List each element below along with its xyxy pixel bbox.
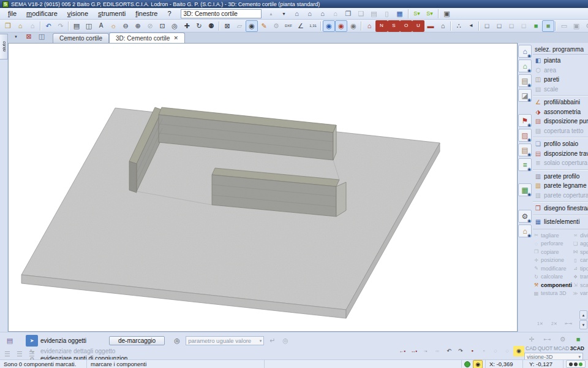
- zoom-window-icon[interactable]: ◎: [168, 20, 181, 32]
- filter-eye-all-icon[interactable]: ◉: [323, 20, 335, 32]
- menu-finestre[interactable]: finestre: [131, 9, 162, 18]
- texture-brush-icon[interactable]: ✎: [258, 20, 270, 32]
- split-view-icon[interactable]: ◫: [36, 31, 48, 42]
- snapshot-save-icon[interactable]: ▣: [441, 8, 453, 20]
- program-item-disposizione-travi[interactable]: ▤disposizione travi: [533, 149, 588, 159]
- storey-3-icon[interactable]: ⌂: [317, 8, 329, 20]
- program-item-parete-profilo[interactable]: ▥parete profilo: [533, 172, 588, 182]
- walkthrough-icon[interactable]: ⚉: [205, 20, 217, 32]
- view-pareti-icon[interactable]: ▤◉: [518, 74, 532, 87]
- 3cad-mode-icon[interactable]: ■: [572, 334, 584, 345]
- view-down-button[interactable]: ▼: [278, 8, 290, 20]
- wall-view-n-icon[interactable]: N: [375, 20, 388, 32]
- mode-mcad[interactable]: MCAD: [554, 345, 569, 351]
- close-view-icon[interactable]: ⊠: [23, 31, 35, 42]
- wire-cube-3-icon[interactable]: □: [505, 20, 518, 32]
- wall-view-u-icon[interactable]: U: [412, 20, 424, 32]
- view-legname-icon[interactable]: ≡◉: [518, 158, 532, 171]
- layer-stack-icon[interactable]: ▤: [4, 335, 16, 347]
- snap-mode-dots[interactable]: [566, 360, 586, 368]
- rotate-view-icon[interactable]: ↻: [193, 20, 205, 32]
- viewport-3d[interactable]: [8, 43, 518, 332]
- demarcaggio-button[interactable]: de-marcaggio: [109, 336, 165, 345]
- coord-eye-toggle[interactable]: ◉: [473, 360, 483, 368]
- program-item-assonometria[interactable]: ⬗assonometria: [533, 107, 588, 117]
- storey-2-icon[interactable]: ⌂: [304, 8, 316, 20]
- undo-marking-icon[interactable]: ↶: [443, 346, 454, 356]
- view-copertura-icon[interactable]: ◪◉: [518, 89, 532, 102]
- building-eye-icon[interactable]: ⌂: [437, 20, 449, 32]
- angle-measure-icon[interactable]: ∠: [295, 20, 307, 32]
- solid-cube-icon[interactable]: ■: [530, 20, 542, 32]
- program-item-parete-legname[interactable]: ▥parete legname: [533, 181, 588, 191]
- storey-1-icon[interactable]: ⌂: [291, 8, 303, 20]
- zoom-in-icon[interactable]: ⊕: [132, 20, 144, 32]
- new-window-icon[interactable]: ❐: [342, 8, 355, 20]
- show-marked-eye-icon[interactable]: ◉: [513, 346, 524, 356]
- program-item-profilo-solaio[interactable]: ❏profilo solaio: [533, 139, 588, 149]
- program-selector-header[interactable]: selez. programma ▼: [533, 44, 588, 55]
- wire-cube-4-icon[interactable]: □: [518, 20, 530, 32]
- view-liste-icon[interactable]: ▦◉: [518, 183, 532, 196]
- view-puntoni-icon[interactable]: ▨◉: [518, 129, 532, 142]
- textured-cube-icon[interactable]: ■: [542, 20, 554, 32]
- view-selector-combo[interactable]: 3D: Cemento cortile: [181, 9, 262, 18]
- menu-help[interactable]: ?: [163, 9, 175, 18]
- redo-marking-icon[interactable]: ↷: [455, 346, 466, 356]
- sema-data-export-icon[interactable]: S▾: [424, 8, 436, 20]
- program-item-liste-elementi[interactable]: ▦liste/elementi: [533, 217, 588, 227]
- tab-close-icon[interactable]: ✕: [173, 35, 178, 41]
- menu-visione[interactable]: visione: [63, 9, 92, 18]
- dxf-export-icon[interactable]: DXF: [282, 20, 295, 32]
- footprints-icon[interactable]: ∴: [453, 20, 465, 32]
- program-item-pianta[interactable]: ◧pianta: [533, 56, 588, 66]
- action-componenti[interactable]: ⚒componenti: [533, 281, 572, 289]
- goto-next-marked-icon[interactable]: ↔▪: [409, 346, 420, 356]
- zoom-extents-icon[interactable]: ⊡: [156, 20, 168, 32]
- tab-cemento-cortile[interactable]: Cemento cortile: [53, 33, 109, 43]
- mode-cad[interactable]: CAD: [526, 345, 537, 351]
- filter-eye-struct-icon[interactable]: ◉: [347, 20, 360, 32]
- current-component-icon[interactable]: ▪: [467, 346, 478, 356]
- help-side-tab[interactable]: aiuto: [0, 34, 8, 59]
- scroll-up-icon[interactable]: ▲: [579, 310, 587, 320]
- print-preview-icon[interactable]: ◫: [83, 20, 95, 32]
- program-item-disegno-finestra-porta[interactable]: ❒disegno finestra/porta: [533, 204, 588, 213]
- open-project-icon[interactable]: ❒: [2, 20, 14, 32]
- edit-building-icon[interactable]: ⌂: [14, 20, 26, 32]
- text-label-icon[interactable]: A: [95, 20, 107, 32]
- mode-3cad[interactable]: 3CAD: [570, 345, 584, 351]
- undo-icon[interactable]: ↶: [42, 20, 55, 32]
- brightness-icon[interactable]: ☼: [107, 20, 119, 32]
- wire-cube-1-icon[interactable]: □: [481, 20, 493, 32]
- sema-data-import-icon[interactable]: S▾: [411, 8, 423, 20]
- search-icon[interactable]: ◎: [171, 335, 183, 347]
- brick-wall-icon[interactable]: ▬: [424, 20, 437, 32]
- program-item-disposizione-puntoni[interactable]: ▨disposizione puntoni: [533, 117, 588, 126]
- menu-strumenti[interactable]: strumenti: [94, 9, 130, 18]
- program-item-pareti[interactable]: ◫pareti: [533, 75, 588, 85]
- filter-eye-roof-icon[interactable]: ◉: [335, 20, 347, 32]
- view-travi-icon[interactable]: ▤◉: [518, 144, 532, 156]
- view-pianta-icon[interactable]: ⌂◉: [518, 45, 532, 58]
- mode-quot[interactable]: QUOT: [538, 345, 553, 351]
- step-back-icon[interactable]: ◄: [465, 20, 477, 32]
- scroll-down-icon[interactable]: ▼: [579, 320, 587, 329]
- view-assonometria-icon[interactable]: ⚑◉: [518, 114, 532, 127]
- project-data-window-icon[interactable]: ▦: [394, 8, 406, 20]
- wall-view-o-icon[interactable]: O: [400, 20, 412, 32]
- menu-modificare[interactable]: modificare: [22, 9, 62, 18]
- deselect-all-icon[interactable]: ⊠: [221, 20, 233, 32]
- roof-3d-icon[interactable]: ⌂: [363, 20, 375, 32]
- settings-3d-icon[interactable]: ⚙◉: [518, 210, 532, 223]
- tab-3d-cemento-cortile[interactable]: 3D: Cemento cortile ✕: [109, 33, 185, 43]
- zoom-out-icon[interactable]: ⊖: [119, 20, 132, 32]
- print-icon[interactable]: ▤: [70, 20, 83, 32]
- program-item-profili-abbaini[interactable]: ∠profili/abbaini: [533, 98, 588, 107]
- wire-cube-2-icon[interactable]: □: [493, 20, 505, 32]
- wall-view-s-icon[interactable]: S: [388, 20, 400, 32]
- menu-file[interactable]: file: [4, 9, 21, 18]
- visibility-icon[interactable]: ◉: [246, 20, 258, 32]
- view-componenti-icon[interactable]: ⌂◉: [518, 224, 532, 237]
- tab-list-dropdown-icon[interactable]: ▼: [10, 31, 22, 42]
